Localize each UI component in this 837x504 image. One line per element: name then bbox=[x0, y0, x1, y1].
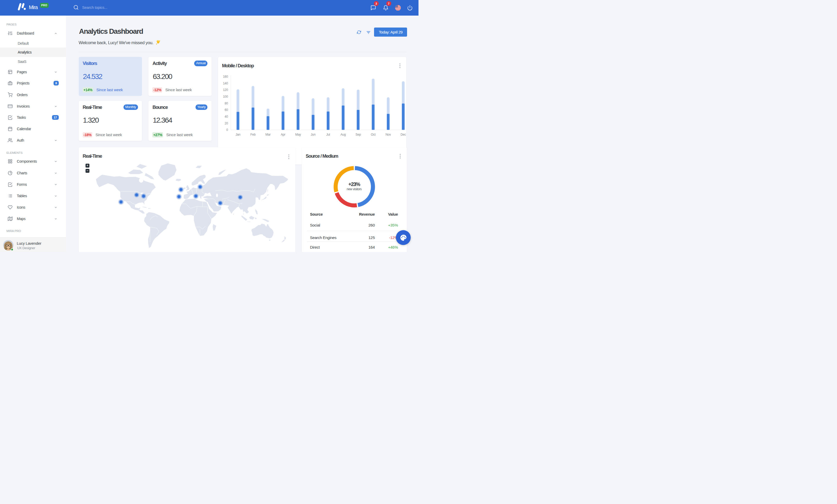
svg-text:Nov: Nov bbox=[386, 133, 391, 136]
svg-text:Sep: Sep bbox=[355, 133, 361, 136]
svg-text:140: 140 bbox=[223, 81, 228, 85]
svg-text:120: 120 bbox=[223, 88, 228, 92]
svg-text:60: 60 bbox=[225, 108, 228, 112]
svg-text:May: May bbox=[295, 133, 301, 136]
svg-text:80: 80 bbox=[225, 101, 228, 105]
svg-text:40: 40 bbox=[225, 115, 228, 118]
svg-text:Mar: Mar bbox=[265, 133, 271, 136]
svg-text:Jun: Jun bbox=[310, 133, 315, 136]
svg-text:100: 100 bbox=[223, 95, 228, 98]
svg-text:Apr: Apr bbox=[281, 133, 285, 136]
svg-text:0: 0 bbox=[226, 128, 228, 132]
svg-text:Oct: Oct bbox=[371, 133, 376, 136]
svg-text:Jan: Jan bbox=[235, 133, 240, 136]
svg-text:Feb: Feb bbox=[250, 133, 255, 136]
svg-text:160: 160 bbox=[223, 75, 228, 78]
svg-text:Aug: Aug bbox=[340, 133, 345, 136]
svg-text:Dec: Dec bbox=[400, 133, 406, 136]
svg-text:20: 20 bbox=[225, 122, 228, 125]
svg-text:Jul: Jul bbox=[326, 133, 330, 136]
